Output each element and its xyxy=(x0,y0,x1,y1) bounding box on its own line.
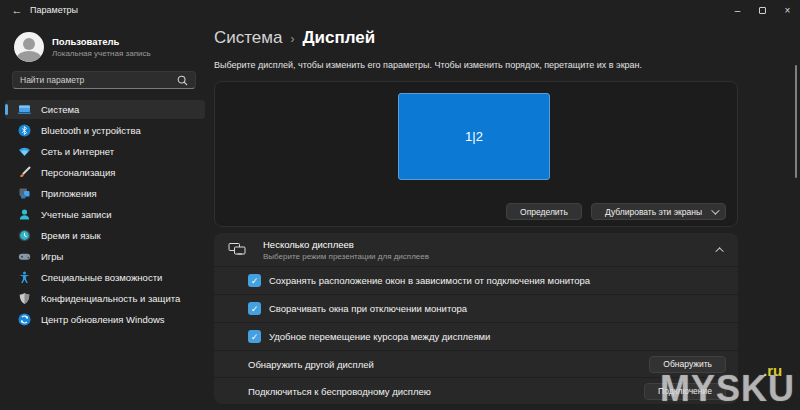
setting-row-ease-cursor[interactable]: ✓ Удобное перемещение курсора между дисп… xyxy=(214,322,738,350)
page-title: Дисплей xyxy=(302,28,375,48)
sidebar: Пользователь Локальная учетная запись На… xyxy=(0,20,210,410)
chevron-down-icon xyxy=(711,206,719,214)
checkbox-label: Сохранять расположение окон в зависимост… xyxy=(269,275,590,286)
person-icon xyxy=(17,208,31,222)
sidebar-item-label: Приложения xyxy=(41,188,97,199)
sidebar-item-accessibility[interactable]: Специальные возможности xyxy=(5,268,205,287)
scrollbar[interactable] xyxy=(795,65,797,178)
connect-button[interactable]: Подключение xyxy=(644,383,726,400)
identify-button[interactable]: Определить xyxy=(506,203,582,220)
setting-row-remember-window-locations[interactable]: ✓ Сохранять расположение окон в зависимо… xyxy=(214,266,738,294)
breadcrumb: Система › Дисплей xyxy=(214,28,375,48)
detect-button[interactable]: Обнаружить xyxy=(649,356,726,373)
checkbox-checked[interactable]: ✓ xyxy=(248,330,261,343)
sidebar-item-time-language[interactable]: Время и язык xyxy=(5,226,205,245)
sidebar-item-personalization[interactable]: Персонализация xyxy=(5,163,205,182)
sidebar-item-network[interactable]: Сеть и Интернет xyxy=(5,142,205,161)
close-button[interactable]: × xyxy=(775,0,800,20)
multiple-displays-header[interactable]: Несколько дисплеев Выберите режим презен… xyxy=(214,233,738,266)
breadcrumb-separator: › xyxy=(290,32,294,46)
brush-icon xyxy=(17,166,31,180)
wireless-display-row: Подключиться к беспроводному дисплею Под… xyxy=(214,377,738,404)
search-icon xyxy=(177,75,188,86)
monitor-label: 1|2 xyxy=(465,129,483,144)
bluetooth-icon xyxy=(17,124,31,138)
sidebar-item-label: Учетные записи xyxy=(41,209,111,220)
sidebar-item-accounts[interactable]: Учетные записи xyxy=(5,205,205,224)
restore-icon xyxy=(759,7,766,14)
search-input[interactable]: Найти параметр xyxy=(12,71,196,89)
sidebar-item-label: Игры xyxy=(41,251,63,262)
display-icon xyxy=(17,103,31,117)
sidebar-item-system[interactable]: Система xyxy=(5,100,205,119)
sidebar-item-gaming[interactable]: Игры xyxy=(5,247,205,266)
search-placeholder: Найти параметр xyxy=(20,75,177,85)
detect-display-row: Обнаружить другой дисплей Обнаружить xyxy=(214,350,738,377)
checkbox-checked[interactable]: ✓ xyxy=(248,302,261,315)
profile-account-type: Локальная учетная запись xyxy=(52,49,151,58)
update-icon xyxy=(17,313,31,327)
duplicate-displays-dropdown[interactable]: Дублировать эти экраны xyxy=(591,203,726,220)
apps-icon xyxy=(17,187,31,201)
page-description: Выберите дисплей, чтобы изменить его пар… xyxy=(214,60,642,70)
window-controls: – × xyxy=(725,0,800,20)
sidebar-item-label: Bluetooth и устройства xyxy=(41,125,141,136)
clock-icon xyxy=(17,229,31,243)
sidebar-item-label: Специальные возможности xyxy=(41,272,162,283)
detect-display-label: Обнаружить другой дисплей xyxy=(248,359,374,370)
checkbox-checked[interactable]: ✓ xyxy=(248,274,261,287)
gamepad-icon xyxy=(17,250,31,264)
sidebar-item-label: Конфиденциальность и защита xyxy=(41,293,180,304)
monitor-rectangle[interactable]: 1|2 xyxy=(398,93,550,180)
avatar xyxy=(14,32,44,62)
shield-icon xyxy=(17,292,31,306)
section-subtitle: Выберите режим презентации для дисплеев xyxy=(263,252,718,261)
sidebar-item-apps[interactable]: Приложения xyxy=(5,184,205,203)
sidebar-item-windows-update[interactable]: Центр обновления Windows xyxy=(5,310,205,329)
multiple-displays-icon xyxy=(228,242,247,257)
checkbox-label: Удобное перемещение курсора между диспле… xyxy=(269,331,490,342)
breadcrumb-system[interactable]: Система xyxy=(214,28,282,48)
sidebar-item-label: Время и язык xyxy=(41,230,101,241)
multiple-displays-card: Несколько дисплеев Выберите режим презен… xyxy=(214,233,738,404)
profile-card[interactable]: Пользователь Локальная учетная запись xyxy=(14,32,151,62)
sidebar-item-privacy[interactable]: Конфиденциальность и защита xyxy=(5,289,205,308)
sidebar-nav: Система Bluetooth и устройства Сеть и Ин… xyxy=(5,100,205,331)
restore-button[interactable] xyxy=(750,0,775,20)
profile-name: Пользователь xyxy=(52,36,151,47)
wifi-icon xyxy=(17,145,31,159)
app-title: Параметры xyxy=(30,5,78,15)
watermark-suffix: .ru xyxy=(763,362,782,379)
wireless-display-label: Подключиться к беспроводному дисплею xyxy=(248,386,431,397)
back-button[interactable]: ← xyxy=(8,2,26,18)
sidebar-item-bluetooth[interactable]: Bluetooth и устройства xyxy=(5,121,205,140)
sidebar-item-label: Центр обновления Windows xyxy=(41,314,165,325)
accessibility-icon xyxy=(17,271,31,285)
sidebar-item-label: Система xyxy=(41,104,79,115)
titlebar: ← Параметры – × xyxy=(0,0,800,20)
section-title: Несколько дисплеев xyxy=(263,239,354,250)
sidebar-item-label: Персонализация xyxy=(41,167,115,178)
checkbox-label: Сворачивать окна при отключении монитора xyxy=(269,303,467,314)
display-preview-card: 1|2 Определить Дублировать эти экраны xyxy=(214,81,738,227)
minimize-button[interactable]: – xyxy=(725,0,750,20)
duplicate-displays-label: Дублировать эти экраны xyxy=(605,207,702,217)
sidebar-item-label: Сеть и Интернет xyxy=(41,146,114,157)
setting-row-minimize-windows[interactable]: ✓ Сворачивать окна при отключении монито… xyxy=(214,294,738,322)
